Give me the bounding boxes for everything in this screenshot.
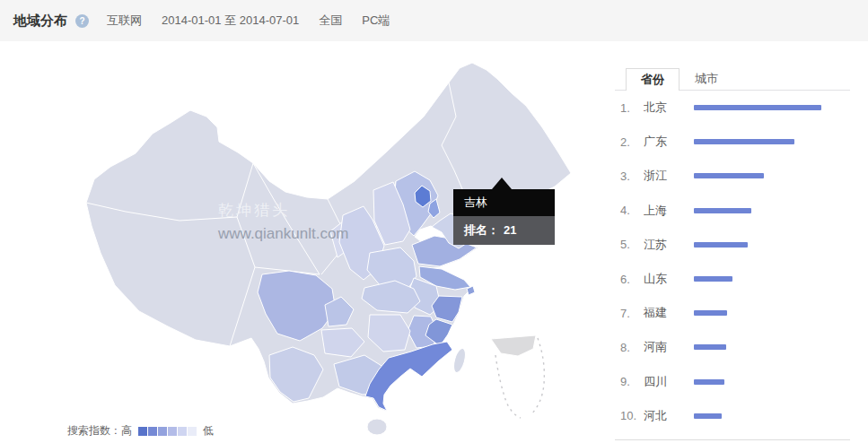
rank-row: 9.四川 [615,365,850,399]
tooltip-province: 吉林 [453,189,555,216]
rank-row: 3.浙江 [615,159,850,193]
rank-row: 10.河北 [615,399,850,433]
province-taiwan[interactable] [452,347,468,374]
panel-bottom-divider [615,439,850,440]
rank-row: 7.福建 [615,296,850,330]
legend-swatch [148,427,157,436]
search-index-legend: 搜索指数：高低 [67,423,214,439]
rank-number: 7. [620,307,644,320]
map-tooltip: 吉林 排名：21 [453,189,555,245]
province-bar[interactable] [694,413,722,419]
rank-number: 10. [620,409,644,422]
south-china-sea-inset [491,335,536,356]
rank-row: 4.上海 [615,194,850,228]
province-name: 浙江 [644,168,694,184]
filter-date-range: 2014-01-01 至 2014-07-01 [162,13,299,29]
legend-low-label: 低 [203,423,214,439]
province-bar[interactable] [694,208,751,213]
rank-number: 3. [620,169,644,183]
province-name: 江苏 [644,237,694,253]
rank-row: 5.江苏 [615,228,850,262]
legend-swatch [158,427,167,436]
tab-province[interactable]: 省份 [626,68,679,91]
province-ranking-list: 1.北京2.广东3.浙江4.上海5.江苏6.山东7.福建8.河南9.四川10.河… [615,91,850,433]
province-bar[interactable] [694,139,794,144]
province-name: 广东 [644,134,694,150]
province-bar[interactable] [694,379,724,385]
province-name: 山东 [644,271,694,287]
rank-number: 5. [620,238,644,251]
legend-high-label: 高 [121,423,132,439]
rank-number: 8. [620,341,644,354]
tab-city[interactable]: 城市 [679,68,733,90]
legend-swatch [188,427,197,436]
rank-row: 1.北京 [615,91,850,125]
province-name: 河北 [644,408,694,424]
rank-row: 8.河南 [615,330,850,364]
legend-swatches [138,427,197,436]
province-name: 北京 [644,100,694,116]
province-hainan[interactable] [367,419,387,435]
filter-region: 全国 [319,13,342,29]
header: 地域分布 ? 互联网 2014-01-01 至 2014-07-01 全国 PC… [0,0,868,41]
page-title: 地域分布 [13,13,67,30]
legend-swatch [178,427,187,436]
help-icon[interactable]: ? [75,14,89,28]
rank-number: 6. [620,273,644,286]
province-name: 福建 [644,305,694,321]
rank-row: 6.山东 [615,262,850,296]
tooltip-arrow-icon [492,178,512,189]
province-name: 四川 [644,374,694,390]
filter-channel: 互联网 [107,13,142,29]
legend-label: 搜索指数： [67,423,121,439]
legend-swatch [168,427,177,436]
ranking-tabs: 省份城市 [626,68,733,91]
province-bar[interactable] [694,173,764,178]
province-bar[interactable] [694,310,727,316]
filter-device: PC端 [362,13,390,29]
tooltip-rank-label: 排名： [464,223,499,237]
province-bar[interactable] [694,276,732,282]
province-bar[interactable] [694,344,726,350]
rank-number: 4. [620,204,644,217]
province-bar[interactable] [694,242,748,248]
province-bar[interactable] [694,105,821,110]
province-name: 河南 [644,339,694,355]
rank-row: 2.广东 [615,125,850,159]
rank-number: 9. [620,375,644,388]
province-name: 上海 [644,203,694,219]
tooltip-rank: 排名：21 [453,216,555,245]
rank-number: 1. [620,101,644,115]
tooltip-rank-value: 21 [504,223,516,237]
rank-number: 2. [620,135,644,149]
legend-swatch [138,427,147,436]
